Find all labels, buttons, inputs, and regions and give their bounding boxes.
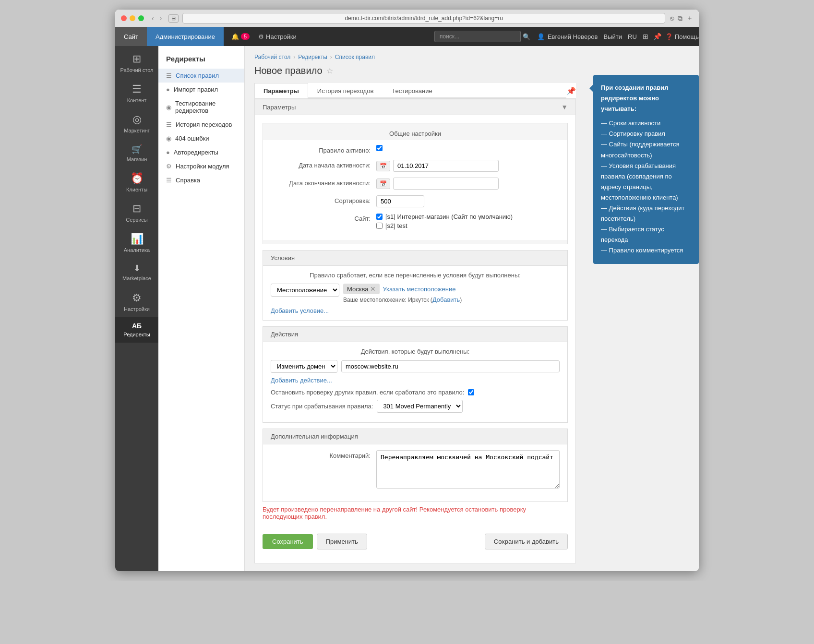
tab-history[interactable]: История переходов	[308, 83, 383, 98]
save-button[interactable]: Сохранить	[263, 534, 313, 549]
comment-row: Комментарий: Перенаправляем москвичей на…	[271, 450, 560, 490]
sidebar-item-marketplace[interactable]: ⬇ Marketplace	[115, 258, 158, 286]
window-mode-button[interactable]: ⊟	[168, 14, 179, 23]
conditions-section: Условия Правило сработает, если все пере…	[263, 250, 568, 321]
sort-input[interactable]: 500	[376, 195, 424, 207]
desktop-icon-button[interactable]: ⊞	[643, 33, 648, 40]
apply-button[interactable]: Применить	[317, 534, 367, 549]
sidebar-item-marketing[interactable]: ◎ Маркетинг	[115, 108, 158, 139]
maximize-dot[interactable]	[138, 15, 144, 21]
sidebar-item-redirects[interactable]: АБ Редиректы	[115, 317, 158, 343]
sort-label: Сортировка:	[271, 195, 376, 204]
add-condition-link[interactable]: Добавить условие...	[271, 307, 329, 314]
tooltip-item-1: — Сроки активности	[601, 118, 691, 129]
url-bar[interactable]: demo.t-dir.com/bitrix/admin/tdrd_rule_ad…	[182, 13, 665, 24]
share-button[interactable]: ⎋	[670, 14, 674, 23]
comment-textarea[interactable]: Перенаправляем москвичей на Московский п…	[376, 450, 560, 489]
stop-label: Остановить проверку других правил, если …	[271, 389, 464, 396]
active-checkbox[interactable]	[376, 145, 383, 151]
status-select[interactable]: 301 Moved Permanently 302 Found 303 See …	[377, 400, 463, 413]
fullscreen-button[interactable]: ⧉	[678, 14, 682, 23]
action-value-input[interactable]	[341, 360, 560, 372]
sidebar-item-content[interactable]: ☰ Контент	[115, 78, 158, 108]
import-icon: ●	[166, 86, 170, 93]
left-nav-item-test[interactable]: ◉ Тестирование редиректов	[158, 96, 244, 118]
end-date-picker-button[interactable]: 📅	[376, 179, 390, 189]
left-nav-item-autoredirects[interactable]: ● Авторедиректы	[158, 145, 244, 159]
indicate-location-link[interactable]: Указать местоположение	[383, 286, 455, 293]
logout-button[interactable]: Выйти	[604, 33, 622, 40]
condition-row: Местоположение Москва ✕ У	[271, 284, 560, 303]
search-area: 🔍	[434, 31, 530, 42]
end-date-input[interactable]	[393, 178, 499, 190]
save-and-add-button[interactable]: Сохранить и добавить	[485, 534, 568, 549]
end-date-row: Дата окончания активности: 📅	[271, 178, 560, 190]
tooltip-item-4: — Условия срабатывания правила (совпаден…	[601, 161, 691, 203]
tooltip-title: При создании правил редиректов можно учи…	[601, 83, 691, 114]
user-menu[interactable]: 👤 Евгений Неверов	[537, 33, 598, 40]
site-nav-button[interactable]: Сайт	[115, 27, 147, 46]
close-dot[interactable]	[121, 15, 127, 21]
sidebar-item-services[interactable]: ⊟ Сервисы	[115, 198, 158, 228]
left-nav-item-history[interactable]: ☰ История переходов	[158, 118, 244, 131]
condition-type-select[interactable]: Местоположение	[271, 284, 339, 297]
stop-checkbox[interactable]	[468, 389, 474, 395]
minimize-dot[interactable]	[130, 15, 135, 21]
browser-actions: ⎋ ⧉ ＋	[670, 14, 693, 23]
question-icon: ❓	[665, 33, 673, 40]
sidebar-item-analytics[interactable]: 📊 Аналитика	[115, 228, 158, 258]
general-settings-title: Общие настройки	[263, 127, 567, 140]
sidebar-item-shop[interactable]: 🛒 Магазин	[115, 139, 158, 167]
favorite-star-icon[interactable]: ☆	[326, 66, 333, 75]
tab-testing[interactable]: Тестирование	[383, 83, 441, 98]
site-s2-checkbox[interactable]	[376, 223, 383, 229]
content-area: Редиректы ☰ Список правил ● Импорт прави…	[158, 46, 699, 571]
module-gear-icon: ⚙	[166, 163, 172, 170]
left-nav-item-404[interactable]: ◉ 404 ошибки	[158, 131, 244, 145]
back-button[interactable]: ‹	[150, 13, 156, 23]
left-nav-item-rules-list[interactable]: ☰ Список правил	[158, 69, 244, 83]
tab-pin-icon[interactable]: 📌	[566, 86, 576, 95]
tooltip-panel: При создании правил редиректов можно учи…	[593, 75, 699, 264]
breadcrumb-rules-list[interactable]: Список правил	[335, 54, 375, 60]
user-icon: 👤	[537, 33, 545, 40]
settings-nav-button[interactable]: ⚙ Настройки	[256, 33, 297, 40]
help-button[interactable]: ❓ Помощь	[665, 33, 699, 40]
new-tab-button[interactable]: ＋	[686, 14, 693, 23]
search-input[interactable]	[434, 31, 521, 42]
actions-title: Действия	[271, 331, 298, 338]
autoredirect-icon: ●	[166, 149, 170, 156]
pin-icon-button[interactable]: 📌	[653, 33, 661, 40]
forward-button[interactable]: ›	[158, 13, 164, 23]
conditions-info: Правило сработает, если все перечисленны…	[271, 272, 560, 279]
sidebar-item-desktop[interactable]: ⊞ Рабочий стол	[115, 48, 158, 78]
notifications-button[interactable]: 🔔 5	[231, 33, 250, 40]
add-action-link[interactable]: Добавить действие...	[271, 377, 332, 384]
admin-nav-button[interactable]: Администрирование	[147, 27, 224, 46]
left-nav-item-import[interactable]: ● Импорт правил	[158, 83, 244, 96]
active-label: Правило активно:	[271, 145, 376, 154]
left-nav-item-help[interactable]: ☰ Справка	[158, 173, 244, 187]
site-s1-row: [s1] Интернет-магазин (Сайт по умолчанию…	[376, 213, 560, 220]
language-selector[interactable]: RU	[628, 33, 637, 40]
site-s1-checkbox[interactable]	[376, 214, 383, 220]
sidebar-item-settings[interactable]: ⚙ Настройки	[115, 287, 158, 317]
conditions-header: Условия	[263, 250, 567, 266]
start-date-row: Дата начала активности: 📅 01.10.2017	[271, 160, 560, 172]
tooltip-item-2: — Сортировку правил	[601, 129, 691, 139]
services-icon: ⊟	[132, 203, 141, 215]
conditions-title: Условия	[271, 254, 295, 262]
breadcrumb-desktop[interactable]: Рабочий стол	[254, 54, 290, 60]
site-label: Сайт:	[271, 213, 376, 222]
start-date-input[interactable]: 01.10.2017	[393, 160, 499, 172]
action-type-select[interactable]: Изменить домен	[271, 360, 337, 373]
params-section-header[interactable]: Параметры ▼	[255, 99, 575, 115]
start-date-picker-button[interactable]: 📅	[376, 161, 390, 171]
actions-section: Действия Действия, которые будут выполне…	[263, 326, 568, 423]
left-nav-item-module-settings[interactable]: ⚙ Настройки модуля	[158, 159, 244, 173]
sidebar-item-clients[interactable]: ⏰ Клиенты	[115, 167, 158, 198]
tab-params[interactable]: Параметры	[254, 83, 308, 98]
location-remove-icon[interactable]: ✕	[370, 285, 376, 293]
add-location-link[interactable]: Добавить	[432, 296, 460, 303]
breadcrumb-redirects[interactable]: Редиректы	[298, 54, 327, 60]
